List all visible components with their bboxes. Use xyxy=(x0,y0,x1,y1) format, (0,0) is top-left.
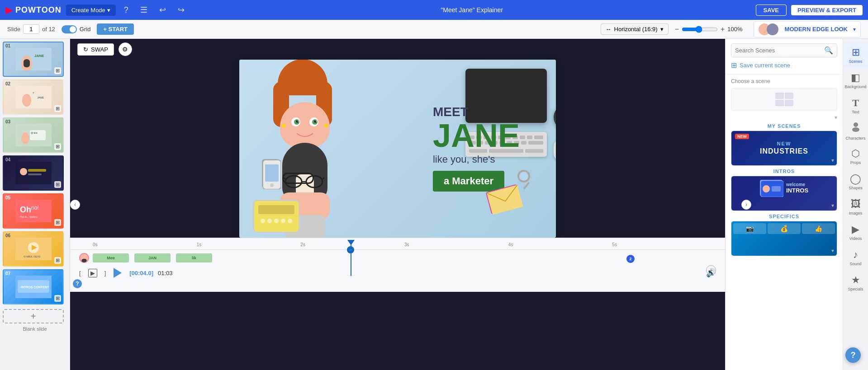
telephone-prop xyxy=(253,200,298,231)
zoom-out-button[interactable]: − xyxy=(675,25,679,33)
blank-scene-expand[interactable]: ▾ xyxy=(731,114,837,121)
magnifier-handle xyxy=(523,182,530,189)
playhead-arrow xyxy=(347,240,355,245)
sidebar-item-videos[interactable]: ▶ Videos xyxy=(843,220,868,245)
look-label: MODERN EDGE LOOK xyxy=(785,26,848,33)
intros-expand-icon[interactable]: ▾ xyxy=(831,202,834,209)
timeline-help-badge[interactable]: ? xyxy=(73,279,82,288)
collapse-panel-button[interactable]: ‹ xyxy=(70,200,80,210)
new-badge: NEW xyxy=(735,134,749,139)
timeline-ruler: 0s 1s 2s 3s 4s 5s ··· xyxy=(70,240,725,250)
redo-button[interactable]: ↪ xyxy=(174,3,188,17)
jane-label: JANE xyxy=(433,119,520,152)
sidebar-item-characters[interactable]: Characters xyxy=(843,118,868,144)
save-button[interactable]: SAVE xyxy=(756,5,787,16)
start-button[interactable]: + START xyxy=(97,23,134,35)
specifics-cell-3: 👍 xyxy=(802,223,835,234)
slide-canvas[interactable]: MEET JANE like you, she's a Marketer xyxy=(239,60,556,238)
search-icon[interactable]: 🔍 xyxy=(824,46,833,55)
add-slide-button[interactable]: + xyxy=(3,309,64,323)
specifics-expand-icon[interactable]: ▾ xyxy=(831,248,834,254)
svg-rect-14 xyxy=(28,169,46,172)
slide-thumb-2[interactable]: 02 ? JANE ⊞ xyxy=(3,80,64,115)
create-mode-button[interactable]: Create Mode ▾ xyxy=(66,5,116,16)
slide-thumb-3[interactable]: 03 @ text ⊞ xyxy=(3,117,64,153)
text-icon-label: Text xyxy=(852,110,859,114)
sidebar-item-sound[interactable]: ♪ Sound xyxy=(843,245,868,270)
slide-thumb-5[interactable]: 05 Oh no! this is... before ⊞ xyxy=(3,193,64,229)
svg-point-74 xyxy=(274,219,279,223)
sidebar-item-shapes[interactable]: ◯ Shapes xyxy=(843,169,868,194)
total-time: 01:03 xyxy=(158,270,173,276)
blank-scene-preview[interactable] xyxy=(731,88,837,111)
frame-play-button[interactable]: ▶ xyxy=(85,266,100,280)
export-button[interactable]: PREVIEW & EXPORT xyxy=(791,5,863,15)
svg-rect-63 xyxy=(265,164,279,182)
svg-rect-46 xyxy=(528,141,543,145)
search-scenes-input[interactable] xyxy=(735,47,821,54)
sidebar-item-specials[interactable]: ★ Specials xyxy=(843,270,868,295)
choose-scene-label: Choose a scene xyxy=(731,78,837,84)
track-timeline: Mee JAN lik 2 xyxy=(93,253,716,262)
look-button[interactable]: MODERN EDGE LOOK ▾ xyxy=(754,21,861,37)
play-button[interactable] xyxy=(110,266,125,280)
svg-rect-2 xyxy=(24,59,30,67)
props-icon-label: Props xyxy=(850,160,861,165)
look-avatars xyxy=(759,23,778,35)
playhead[interactable]: ··· xyxy=(351,240,351,276)
mode-label: Create Mode xyxy=(71,7,105,14)
track-badge: 2 xyxy=(626,255,635,263)
svg-point-9 xyxy=(21,132,29,144)
help-circle-button[interactable]: ? xyxy=(845,347,861,363)
timeline-add-button[interactable]: + xyxy=(706,265,716,275)
grid-toggle[interactable] xyxy=(62,25,77,33)
industries-expand-icon[interactable]: ▾ xyxy=(831,157,834,164)
scene-grid-preview xyxy=(775,93,793,106)
help-button[interactable]: ? xyxy=(120,4,132,17)
scene-card-specifics[interactable]: 📷 💰 👍 ▾ xyxy=(731,221,837,256)
expand-panel-button[interactable]: › xyxy=(741,200,751,210)
settings-button[interactable]: ⚙ xyxy=(119,42,132,56)
svg-rect-15 xyxy=(28,173,42,175)
zoom-in-button[interactable]: + xyxy=(721,25,725,33)
sidebar-item-text[interactable]: T Text xyxy=(843,93,868,118)
sound-icon: ♪ xyxy=(853,249,858,261)
svg-line-69 xyxy=(323,178,324,179)
swap-button[interactable]: ↻ SWAP xyxy=(77,43,114,56)
save-scene-row[interactable]: ⊞ Save current scene xyxy=(731,57,837,71)
slide-thumb-1[interactable]: 01 JANE ⊞ xyxy=(3,42,64,77)
undo-button[interactable]: ↩ xyxy=(156,3,170,17)
specifics-cell-1: 📷 xyxy=(733,223,766,234)
specifics-label: SPECIFICS xyxy=(731,214,837,219)
slide-thumb-7[interactable]: 07 INTROS CONTENT ⊞ xyxy=(3,269,64,304)
svg-line-68 xyxy=(284,178,285,179)
sidebar-item-scenes[interactable]: ⊞ Scenes xyxy=(843,42,868,68)
svg-text:INTROS CONTENT: INTROS CONTENT xyxy=(21,286,49,289)
playhead-dot: ··· xyxy=(347,246,354,253)
slide-add-icon-6: ⊞ xyxy=(54,257,61,264)
intros-main-text: INTROS xyxy=(786,187,808,194)
intros-card-content: welcome INTROS xyxy=(731,176,837,200)
slide-thumb-6[interactable]: 06 SYMBOL IDEAS ⊞ xyxy=(3,231,64,267)
svg-point-83 xyxy=(854,122,858,127)
slide-add-icon-1: ⊞ xyxy=(54,67,61,74)
zoom-slider[interactable] xyxy=(682,26,718,33)
sidebar-item-images[interactable]: 🖼 Images xyxy=(843,194,868,220)
track-segment-jan[interactable]: JAN xyxy=(134,253,171,262)
props-icon: ⬡ xyxy=(851,148,860,159)
sidebar-item-background[interactable]: ◧ Background xyxy=(843,68,868,93)
track-segment-lik[interactable]: lik xyxy=(176,253,212,262)
track-segment-mee[interactable]: Mee xyxy=(93,253,129,262)
orientation-button[interactable]: ↔ Horizontal (16:9) ▾ xyxy=(601,23,669,35)
slide-number-input[interactable] xyxy=(23,24,39,34)
industries-label: INDUSTRIES xyxy=(735,147,833,155)
slide-num-1: 01 xyxy=(5,43,10,48)
slides-button[interactable]: ☰ xyxy=(137,3,151,17)
sidebar-item-props[interactable]: ⬡ Props xyxy=(843,144,868,169)
right-sidebar: ⊞ Scenes ◧ Background T Text Characters … xyxy=(843,39,868,370)
svg-rect-71 xyxy=(258,205,294,214)
scene-card-industries[interactable]: NEW NEW INDUSTRIES ▾ xyxy=(731,131,837,166)
slide-num-5: 05 xyxy=(5,195,10,200)
slide-thumb-4[interactable]: 04 ⊞ xyxy=(3,155,64,191)
slide-nav: Slide of 12 xyxy=(7,24,55,34)
